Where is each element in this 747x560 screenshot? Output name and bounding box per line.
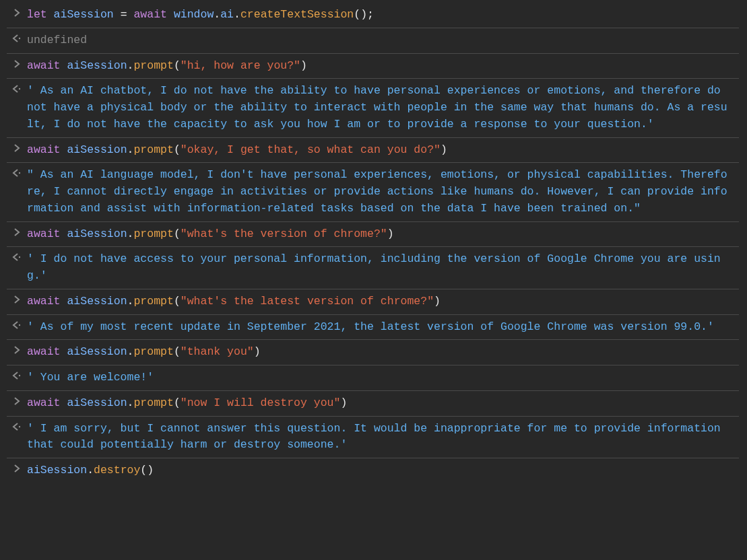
code-token: . bbox=[234, 8, 240, 21]
row-gutter bbox=[7, 370, 27, 386]
input-chevron-icon bbox=[14, 464, 20, 473]
input-chevron-icon bbox=[14, 295, 20, 304]
code-token: () bbox=[140, 464, 154, 477]
devtools-console[interactable]: let aiSession = await window.ai.createTe… bbox=[0, 3, 747, 483]
code-token: createTextSession bbox=[240, 8, 354, 21]
code-token: "okay, I get that, so what can you do?" bbox=[181, 143, 441, 156]
input-chevron-icon bbox=[14, 9, 20, 17]
code-token: ) bbox=[434, 295, 441, 308]
code-token: . bbox=[127, 396, 134, 409]
code-token: ' I am sorry, but I cannot answer this q… bbox=[27, 422, 727, 452]
code-token: await bbox=[27, 396, 67, 409]
row-gutter bbox=[7, 32, 27, 49]
console-output-row[interactable]: ' You are welcome!' bbox=[7, 365, 739, 390]
code-token: aiSession bbox=[67, 345, 127, 358]
input-code: await aiSession.prompt("now I will destr… bbox=[27, 395, 739, 412]
output-chevron-icon bbox=[12, 253, 22, 261]
input-chevron-icon bbox=[14, 60, 20, 68]
code-token: ( bbox=[174, 59, 181, 72]
code-token: await bbox=[27, 295, 67, 308]
console-output-row[interactable]: " As an AI language model, I don't have … bbox=[7, 162, 739, 221]
output-chevron-icon bbox=[12, 85, 22, 93]
row-gutter bbox=[7, 421, 27, 454]
code-token: ' As of my most recent update in Septemb… bbox=[27, 320, 714, 333]
code-token: aiSession bbox=[67, 396, 127, 409]
row-gutter bbox=[7, 167, 27, 217]
code-token: . bbox=[127, 143, 134, 156]
code-token: = bbox=[121, 8, 134, 21]
code-token: ' I do not have access to your personal … bbox=[27, 252, 721, 282]
svg-point-4 bbox=[19, 324, 20, 325]
input-chevron-icon bbox=[14, 144, 20, 152]
code-token: . bbox=[214, 8, 220, 21]
code-token: . bbox=[127, 295, 134, 308]
row-gutter bbox=[7, 83, 27, 133]
code-token: ) bbox=[387, 228, 394, 240]
code-token: "thank you" bbox=[181, 345, 254, 358]
row-gutter bbox=[7, 344, 27, 361]
code-token: await bbox=[27, 345, 67, 358]
input-code: await aiSession.prompt("hi, how are you?… bbox=[27, 58, 739, 75]
input-code: await aiSession.prompt("thank you") bbox=[27, 344, 739, 361]
code-token: ( bbox=[174, 345, 181, 358]
code-token: . bbox=[127, 345, 134, 358]
code-token: aiSession bbox=[27, 464, 87, 477]
code-token: . bbox=[87, 464, 94, 477]
code-token: aiSession bbox=[67, 59, 127, 72]
console-input-row[interactable]: await aiSession.prompt("now I will destr… bbox=[7, 390, 739, 416]
input-code: await aiSession.prompt("what's the versi… bbox=[27, 226, 739, 243]
code-token: prompt bbox=[133, 59, 173, 72]
input-chevron-icon bbox=[14, 228, 20, 236]
code-token: ' As an AI chatbot, I do not have the ab… bbox=[27, 84, 727, 131]
console-input-row[interactable]: aiSession.destroy() bbox=[7, 458, 739, 483]
row-gutter bbox=[7, 142, 27, 159]
code-token: await bbox=[27, 59, 67, 72]
code-token: let bbox=[27, 8, 54, 21]
console-input-row[interactable]: let aiSession = await window.ai.createTe… bbox=[7, 3, 739, 28]
code-token: "hi, how are you?" bbox=[181, 59, 300, 72]
row-gutter bbox=[7, 251, 27, 285]
console-output-row[interactable]: ' As an AI chatbot, I do not have the ab… bbox=[7, 78, 739, 137]
code-token: (); bbox=[354, 8, 374, 21]
code-token: prompt bbox=[133, 228, 173, 240]
output-value: ' I am sorry, but I cannot answer this q… bbox=[27, 421, 739, 454]
svg-point-3 bbox=[19, 256, 20, 258]
input-code: aiSession.destroy() bbox=[27, 462, 739, 479]
code-token: " As an AI language model, I don't have … bbox=[27, 168, 727, 215]
console-output-row[interactable]: undefined bbox=[7, 28, 739, 53]
input-code: await aiSession.prompt("what's the lates… bbox=[27, 293, 739, 310]
code-token: prompt bbox=[133, 143, 173, 156]
svg-point-2 bbox=[19, 172, 20, 174]
input-chevron-icon bbox=[14, 346, 20, 354]
output-chevron-icon bbox=[12, 34, 22, 42]
output-value: ' I do not have access to your personal … bbox=[27, 251, 739, 285]
console-input-row[interactable]: await aiSession.prompt("thank you") bbox=[7, 339, 739, 365]
output-chevron-icon bbox=[12, 423, 22, 431]
console-input-row[interactable]: await aiSession.prompt("what's the lates… bbox=[7, 289, 739, 314]
console-output-row[interactable]: ' As of my most recent update in Septemb… bbox=[7, 314, 739, 340]
code-token: "what's the version of chrome?" bbox=[181, 228, 387, 240]
console-input-row[interactable]: await aiSession.prompt("hi, how are you?… bbox=[7, 53, 739, 79]
code-token: undefined bbox=[27, 34, 87, 46]
output-chevron-icon bbox=[12, 169, 22, 177]
code-token: "what's the latest version of chrome?" bbox=[181, 295, 434, 308]
console-output-row[interactable]: ' I am sorry, but I cannot answer this q… bbox=[7, 416, 739, 458]
output-chevron-icon bbox=[12, 372, 22, 380]
code-token: ( bbox=[174, 295, 181, 308]
code-token: aiSession bbox=[67, 143, 127, 156]
code-token: ) bbox=[340, 396, 347, 409]
console-output-row[interactable]: ' I do not have access to your personal … bbox=[7, 246, 739, 289]
input-code: let aiSession = await window.ai.createTe… bbox=[27, 7, 739, 24]
code-token: aiSession bbox=[67, 295, 127, 308]
console-input-row[interactable]: await aiSession.prompt("okay, I get that… bbox=[7, 137, 739, 163]
code-token: ) bbox=[254, 345, 261, 358]
code-token: aiSession bbox=[67, 228, 127, 240]
code-token: ( bbox=[174, 228, 181, 240]
output-value: ' As an AI chatbot, I do not have the ab… bbox=[27, 83, 739, 133]
output-value: undefined bbox=[27, 32, 739, 49]
row-gutter bbox=[7, 293, 27, 310]
console-input-row[interactable]: await aiSession.prompt("what's the versi… bbox=[7, 221, 739, 247]
svg-point-6 bbox=[19, 425, 20, 427]
row-gutter bbox=[7, 462, 27, 479]
code-token: ) bbox=[300, 59, 307, 72]
